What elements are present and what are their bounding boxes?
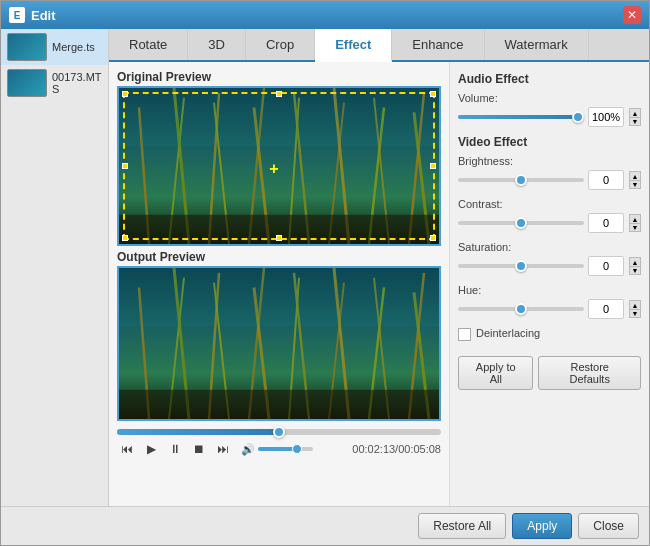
brightness-spinner: ▲ ▼ [629, 171, 641, 189]
brightness-value: 0 [588, 170, 624, 190]
volume-slider-thumb[interactable] [572, 111, 584, 123]
seek-bar[interactable] [117, 429, 441, 435]
apply-button[interactable]: Apply [512, 513, 572, 539]
saturation-row: Saturation: 0 ▲ ▼ [458, 241, 641, 276]
brightness-slider-row: 0 ▲ ▼ [458, 170, 641, 190]
deinterlacing-label: Deinterlacing [476, 327, 540, 339]
crop-handle-tr[interactable] [430, 91, 436, 97]
tab-rotate[interactable]: Rotate [109, 29, 188, 60]
hue-thumb[interactable] [515, 303, 527, 315]
content-area: Merge.ts 00173.MTS Rotate 3D Crop Effect… [1, 29, 649, 506]
tab-watermark[interactable]: Watermark [485, 29, 589, 60]
skip-fwd-button[interactable]: ⏭ [213, 439, 233, 459]
audio-effect-title: Audio Effect [458, 72, 641, 86]
play-button[interactable]: ▶ [141, 439, 161, 459]
preview-panel: Original Preview [109, 62, 449, 506]
volume-slider-row: 100% ▲ ▼ [458, 107, 641, 127]
title-bar: E Edit ✕ [1, 1, 649, 29]
volume-area: 🔊 [241, 443, 313, 456]
crop-handle-br[interactable] [430, 235, 436, 241]
saturation-label: Saturation: [458, 241, 641, 253]
video-visual-output [119, 268, 439, 419]
hue-label: Hue: [458, 284, 641, 296]
saturation-thumb[interactable] [515, 260, 527, 272]
hue-spinner: ▲ ▼ [629, 300, 641, 318]
close-window-button[interactable]: ✕ [623, 6, 641, 24]
bottom-button-bar: Restore All Apply Close [1, 506, 649, 545]
restore-all-button[interactable]: Restore All [418, 513, 506, 539]
crop-handle-tc[interactable] [276, 91, 282, 97]
window-title: Edit [31, 8, 623, 23]
contrast-thumb[interactable] [515, 217, 527, 229]
brightness-up-button[interactable]: ▲ [629, 171, 641, 180]
seek-thumb[interactable] [273, 426, 285, 438]
edit-window: E Edit ✕ Merge.ts 00173.MTS Rotate 3D Cr… [0, 0, 650, 546]
close-button[interactable]: Close [578, 513, 639, 539]
stop-button[interactable]: ⏹ [189, 439, 209, 459]
contrast-spinner: ▲ ▼ [629, 214, 641, 232]
volume-label: Volume: [458, 92, 641, 104]
hue-up-button[interactable]: ▲ [629, 300, 641, 309]
tab-effect[interactable]: Effect [315, 29, 392, 62]
playback-bar: ⏮ ▶ ⏸ ⏹ ⏭ 🔊 [117, 425, 441, 463]
tab-crop[interactable]: Crop [246, 29, 315, 60]
svg-rect-38 [119, 390, 439, 419]
hue-down-button[interactable]: ▼ [629, 309, 641, 318]
skip-back-button[interactable]: ⏮ [117, 439, 137, 459]
saturation-slider-row: 0 ▲ ▼ [458, 256, 641, 276]
crop-handle-tl[interactable] [122, 91, 128, 97]
main-panel: Rotate 3D Crop Effect Enhance Watermark … [109, 29, 649, 506]
controls-row: ⏮ ▶ ⏸ ⏹ ⏭ 🔊 [117, 439, 441, 459]
brightness-row: Brightness: 0 ▲ ▼ [458, 155, 641, 190]
contrast-slider-row: 0 ▲ ▼ [458, 213, 641, 233]
saturation-spinner: ▲ ▼ [629, 257, 641, 275]
deinterlacing-row: Deinterlacing [458, 327, 641, 342]
crop-handle-bl[interactable] [122, 235, 128, 241]
saturation-slider[interactable] [458, 264, 584, 268]
volume-slider-fill [458, 115, 584, 119]
file-thumbnail-mts [7, 69, 47, 97]
output-preview-section: Output Preview [117, 250, 441, 421]
file-list-panel: Merge.ts 00173.MTS [1, 29, 109, 506]
tab-enhance[interactable]: Enhance [392, 29, 484, 60]
saturation-up-button[interactable]: ▲ [629, 257, 641, 266]
hue-slider[interactable] [458, 307, 584, 311]
contrast-slider[interactable] [458, 221, 584, 225]
crop-handle-ml[interactable] [122, 163, 128, 169]
contrast-down-button[interactable]: ▼ [629, 223, 641, 232]
right-panel-actions: Apply to All Restore Defaults [458, 356, 641, 390]
brightness-down-button[interactable]: ▼ [629, 180, 641, 189]
file-item-merge[interactable]: Merge.ts [1, 29, 108, 65]
time-display: 00:02:13/00:05:08 [352, 443, 441, 455]
contrast-value: 0 [588, 213, 624, 233]
file-name-mts: 00173.MTS [52, 71, 102, 95]
brightness-slider[interactable] [458, 178, 584, 182]
volume-thumb[interactable] [292, 444, 302, 454]
hue-value: 0 [588, 299, 624, 319]
volume-down-button[interactable]: ▼ [629, 117, 641, 126]
output-video-preview [117, 266, 441, 421]
file-item-mts[interactable]: 00173.MTS [1, 65, 108, 101]
volume-up-button[interactable]: ▲ [629, 108, 641, 117]
tab-3d[interactable]: 3D [188, 29, 246, 60]
restore-defaults-button[interactable]: Restore Defaults [538, 356, 641, 390]
crop-handle-bc[interactable] [276, 235, 282, 241]
saturation-value: 0 [588, 256, 624, 276]
video-effect-title: Video Effect [458, 135, 641, 149]
pause-button[interactable]: ⏸ [165, 439, 185, 459]
brightness-thumb[interactable] [515, 174, 527, 186]
volume-spinner: ▲ ▼ [629, 108, 641, 126]
contrast-up-button[interactable]: ▲ [629, 214, 641, 223]
brightness-label: Brightness: [458, 155, 641, 167]
tabs-bar: Rotate 3D Crop Effect Enhance Watermark [109, 29, 649, 62]
volume-effect-slider[interactable] [458, 115, 584, 119]
volume-slider[interactable] [258, 447, 313, 451]
deinterlacing-checkbox[interactable] [458, 328, 471, 341]
file-thumbnail [7, 33, 47, 61]
effects-panel: Audio Effect Volume: 100% ▲ ▼ [449, 62, 649, 506]
saturation-down-button[interactable]: ▼ [629, 266, 641, 275]
crop-handle-mr[interactable] [430, 163, 436, 169]
original-video-preview: + [117, 86, 441, 246]
original-preview-label: Original Preview [117, 70, 441, 84]
apply-to-all-button[interactable]: Apply to All [458, 356, 533, 390]
